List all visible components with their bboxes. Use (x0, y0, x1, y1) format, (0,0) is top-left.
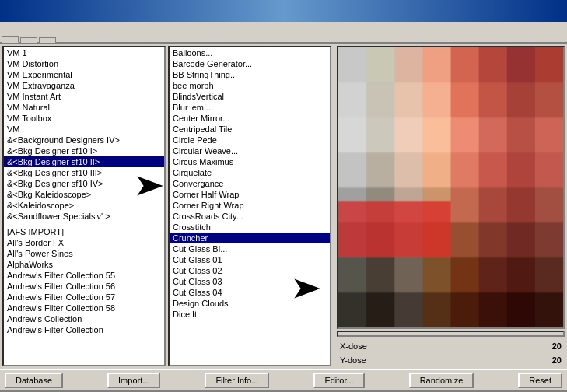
middle-panel-item[interactable]: Design Clouds (170, 298, 330, 309)
left-panel-item[interactable]: [AFS IMPORT] (4, 226, 164, 237)
bottom-bar-button-filter-info---[interactable]: Filter Info... (205, 373, 269, 388)
bottom-bar-button-import---[interactable]: Import... (107, 373, 160, 388)
left-panel-item[interactable]: &<Bkg Designer sf10 II> (4, 156, 164, 167)
tab-bar (0, 22, 567, 44)
preview-image (337, 46, 565, 329)
bottom-bar-button-database[interactable]: Database (5, 373, 63, 388)
middle-panel-item[interactable]: Crosstitch (170, 222, 330, 233)
left-panel-item[interactable]: VM Toolbox (4, 113, 164, 124)
left-panel-item[interactable]: All's Border FX (4, 237, 164, 248)
tab-navigator[interactable] (2, 36, 19, 43)
middle-panel-item[interactable]: BB StringThing... (170, 69, 330, 80)
left-panel-item[interactable]: VM Extravaganza (4, 80, 164, 91)
middle-panel-item[interactable]: Cruncher (170, 233, 330, 243)
title-bar (0, 0, 567, 22)
left-panel-item[interactable]: VM Experimental (4, 69, 164, 80)
left-panel-item[interactable]: &<Bkg Designer sf10 III> (4, 167, 164, 178)
left-panel-item[interactable]: Andrew's Collection (4, 313, 164, 324)
middle-panel-item[interactable]: Dice It (170, 309, 330, 320)
left-panel-item[interactable]: &<Background Designers IV> (4, 135, 164, 145)
left-panel-item[interactable]: All's Power Sines (4, 248, 164, 259)
left-panel-item[interactable]: &<Bkg Designer sf10 IV> (4, 178, 164, 189)
left-panel-item[interactable]: Andrew's Filter Collection 57 (4, 292, 164, 303)
middle-panel-item[interactable]: Cut Glass 01 (170, 254, 330, 265)
middle-panel-item[interactable]: Blur 'em!... (170, 102, 330, 113)
left-panel-item[interactable]: Andrew's Filter Collection 56 (4, 281, 164, 292)
param-value: 20 (552, 355, 562, 365)
middle-panel-item[interactable]: Circus Maximus (170, 156, 330, 167)
left-panel-item[interactable]: VM Natural (4, 102, 164, 113)
tab-about[interactable] (39, 37, 56, 43)
middle-panel-item[interactable]: Center Mirror... (170, 113, 330, 124)
middle-panel-item[interactable]: Cut Glass 03 (170, 276, 330, 287)
left-panel-item[interactable]: VM (4, 124, 164, 135)
left-panel-item[interactable]: Andrew's Filter Collection 55 (4, 270, 164, 281)
middle-panel-item[interactable]: Centripedal Tile (170, 124, 330, 135)
tab-presets[interactable] (20, 37, 37, 43)
panels-row: VM 1VM DistortionVM ExperimentalVM Extra… (0, 44, 567, 369)
middle-panel-filters[interactable]: Balloons...Barcode Generator...BB String… (168, 46, 331, 366)
params-area: X-dose20Y-dose20 (337, 340, 565, 366)
left-panel-item[interactable]: Andrew's Filter Collection (4, 324, 164, 335)
param-row: Y-dose20 (337, 354, 565, 366)
left-panel-item[interactable]: VM Instant Art (4, 91, 164, 102)
middle-panel-item[interactable]: Cirquelate (170, 167, 330, 178)
left-panel-item[interactable]: AlphaWorks (4, 259, 164, 270)
bottom-bar: DatabaseImport...Filter Info...Editor...… (0, 369, 567, 392)
middle-panel-item[interactable]: Cut Glass 04 (170, 287, 330, 298)
left-panel-item[interactable]: &<Bkg Designer sf10 I> (4, 145, 164, 156)
preview-canvas (338, 47, 563, 327)
param-label: X-dose (340, 341, 367, 351)
right-panel: X-dose20Y-dose20 (337, 46, 565, 366)
left-panel-item[interactable]: &<Kaleidoscope> (4, 200, 164, 211)
bottom-bar-button-editor---[interactable]: Editor... (313, 373, 364, 388)
middle-panel-item[interactable]: Balloons... (170, 47, 330, 58)
left-panel-item[interactable]: Andrew's Filter Collection 58 (4, 303, 164, 313)
param-row: X-dose20 (337, 340, 565, 352)
filter-name-bar (337, 331, 565, 337)
middle-panel-item[interactable]: BlindsVertical (170, 91, 330, 102)
middle-panel-item[interactable]: Circle Pede (170, 135, 330, 145)
left-panel-item[interactable]: &<Bkg Kaleidoscope> (4, 189, 164, 200)
left-panel-categories[interactable]: VM 1VM DistortionVM ExperimentalVM Extra… (2, 46, 166, 366)
middle-panel-item[interactable]: CrossRoads City... (170, 211, 330, 222)
left-panel-item[interactable]: VM Distortion (4, 58, 164, 69)
param-label: Y-dose (340, 355, 366, 365)
middle-panel-item[interactable]: bee morph (170, 80, 330, 91)
bottom-bar-button-reset[interactable]: Reset (518, 373, 562, 388)
middle-panel-item[interactable]: Cut Glass Bl... (170, 243, 330, 254)
middle-panel-item[interactable]: Corner Half Wrap (170, 189, 330, 200)
middle-panel-item[interactable]: Corner Right Wrap (170, 200, 330, 211)
left-panel-item[interactable]: VM 1 (4, 47, 164, 58)
middle-panel-item[interactable]: Barcode Generator... (170, 58, 330, 69)
middle-panel-item[interactable]: Cut Glass 02 (170, 265, 330, 276)
param-value: 20 (552, 341, 562, 351)
bottom-bar-button-randomize[interactable]: Randomize (409, 373, 474, 388)
left-panel-item[interactable]: &<Sandflower Specials'v' > (4, 211, 164, 222)
middle-panel-item[interactable]: Circular Weave... (170, 145, 330, 156)
middle-panel-item[interactable]: Convergance (170, 178, 330, 189)
